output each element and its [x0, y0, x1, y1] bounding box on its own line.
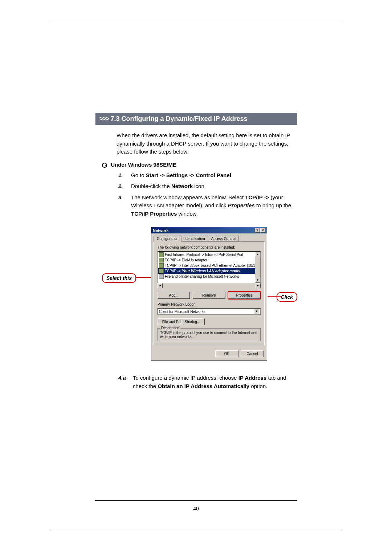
description-text: TCP/IP is the protocol you use to connec… [160, 331, 257, 339]
network-dialog: Network ? × Configuration Identification… [151, 227, 267, 360]
dialog-footer: OK Cancel [151, 347, 267, 360]
properties-button[interactable]: Properties [228, 292, 261, 299]
list-item[interactable]: File and printer sharing for Microsoft N… [158, 274, 260, 279]
screenshot-area: Select this Click Network ? × Configurat… [102, 227, 297, 365]
remove-button[interactable]: Remove [193, 292, 225, 299]
step-text: To configure a dynamic IP address, choos… [133, 374, 297, 390]
section-header: >>> 7.3 Configuring a Dynamic/Fixed IP A… [95, 113, 297, 125]
page-number: 40 [51, 506, 341, 512]
callout-click: Click [277, 292, 297, 302]
protocol-icon [159, 252, 164, 257]
step-num: 3. [118, 194, 131, 218]
tab-access-control[interactable]: Access Control [208, 236, 239, 241]
chevron-marker: >>> [99, 115, 109, 122]
horizontal-rule [95, 500, 297, 501]
list-item[interactable]: Fast Infrared Protocol -> Infrared PnP S… [158, 252, 260, 257]
tab-strip: Configuration Identification Access Cont… [154, 236, 265, 242]
step-num: 4.a [118, 374, 133, 390]
dialog-body: Configuration Identification Access Cont… [151, 233, 267, 347]
button-row: Add... Remove Properties [158, 292, 261, 299]
scroll-up-icon[interactable]: ▲ [255, 252, 260, 257]
step-3: 3. The Network window appears as below. … [118, 194, 297, 218]
dialog-titlebar: Network ? × [151, 227, 267, 233]
list-item[interactable]: TCP/IP -> Dial-Up Adapter [158, 257, 260, 263]
step-2: 2. Double-click the Network icon. [118, 182, 297, 191]
step-text: Go to Start -> Settings -> Control Panel… [131, 171, 297, 180]
scroll-down-icon[interactable]: ▼ [255, 278, 260, 283]
primary-logon-label: Primary Network Logon: [158, 302, 261, 306]
adapter-model-label: Your Wireless LAN adapter model [182, 269, 240, 273]
step-text: The Network window appears as below. Sel… [131, 194, 297, 218]
components-listbox[interactable]: Fast Infrared Protocol -> Infrared PnP S… [158, 251, 261, 283]
callout-line [268, 296, 282, 297]
add-button[interactable]: Add... [158, 292, 190, 299]
combo-value: Client for Microsoft Networks [159, 310, 205, 314]
scroll-right-icon[interactable]: ► [256, 283, 261, 288]
help-button[interactable]: ? [255, 228, 260, 233]
step-list-continued: 4.a To configure a dynamic IP address, c… [118, 374, 297, 390]
step-4a: 4.a To configure a dynamic IP address, c… [118, 374, 297, 390]
list-item-selected[interactable]: TCP/IP -> Your Wireless LAN adapter mode… [158, 268, 260, 274]
step-text: Double-click the Network icon. [131, 182, 297, 191]
tab-configuration[interactable]: Configuration [154, 236, 181, 242]
section-title: Configuring a Dynamic/Fixed IP Address [122, 115, 248, 122]
dialog-title-text: Network [153, 228, 168, 233]
titlebar-buttons: ? × [255, 228, 265, 233]
step-num: 2. [118, 182, 131, 191]
scroll-track[interactable] [163, 283, 256, 288]
primary-logon-combo[interactable]: Client for Microsoft Networks ▼ [158, 308, 261, 315]
list-item[interactable]: TCP/IP -> Intel 8255x-based PCI Ethernet… [158, 263, 260, 268]
magnifier-icon [102, 163, 107, 168]
step-1: 1. Go to Start -> Settings -> Control Pa… [118, 171, 297, 180]
protocol-icon [159, 258, 164, 262]
close-button[interactable]: × [260, 228, 265, 233]
scroll-left-icon[interactable]: ◄ [158, 283, 163, 288]
service-icon [159, 274, 164, 279]
ok-button[interactable]: OK [215, 350, 238, 357]
tab-panel: The following network components are ins… [154, 242, 265, 345]
callout-select-this: Select this [102, 273, 136, 283]
description-group: Description TCP/IP is the protocol you u… [158, 328, 261, 341]
cancel-button[interactable]: Cancel [241, 350, 264, 357]
tab-identification[interactable]: Identification [181, 236, 208, 241]
description-title: Description [160, 326, 180, 330]
components-label: The following network components are ins… [158, 245, 261, 249]
document-page: >>> 7.3 Configuring a Dynamic/Fixed IP A… [51, 22, 341, 530]
callout-line [135, 277, 152, 278]
file-print-sharing-button[interactable]: File and Print Sharing... [158, 318, 205, 325]
subheading-row: Under Windows 98SE/ME [102, 162, 297, 168]
step-list: 1. Go to Start -> Settings -> Control Pa… [118, 171, 297, 218]
protocol-icon [159, 269, 164, 273]
page-content: >>> 7.3 Configuring a Dynamic/Fixed IP A… [51, 22, 341, 390]
intro-text: When the drivers are installed, the defa… [117, 131, 297, 156]
scrollbar-horizontal[interactable]: ◄ ► [158, 283, 261, 288]
subheading-text: Under Windows 98SE/ME [111, 162, 176, 168]
chevron-down-icon[interactable]: ▼ [254, 309, 259, 314]
section-number: 7.3 [111, 115, 120, 122]
protocol-icon [159, 263, 164, 268]
scrollbar-vertical[interactable]: ▲ ▼ [255, 252, 260, 283]
step-num: 1. [118, 171, 131, 180]
